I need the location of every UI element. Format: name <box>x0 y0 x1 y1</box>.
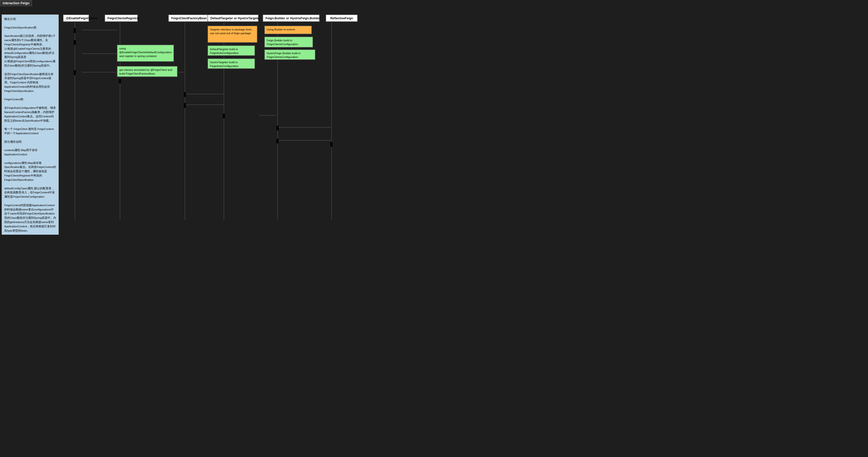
svg-rect-17 <box>74 70 76 75</box>
using-builder-extend-box: Using Builder to extend <box>264 26 312 34</box>
targeter-interface-note-box: Targeter interface is package level, can… <box>208 26 257 43</box>
title-text: interaction Feign <box>3 1 29 5</box>
main-canvas: 概念介绍: FeignClientSpecification类: Specifi… <box>0 6 434 235</box>
hystrix-feign-builder-build-box: HystrixFeign.Builder build in FeignClien… <box>264 50 315 60</box>
svg-rect-23 <box>276 139 279 143</box>
svg-rect-21 <box>223 113 225 118</box>
title-bar: interaction Feign <box>0 0 32 6</box>
sidebar-text: 概念介绍: FeignClientSpecification类: Specifi… <box>4 18 56 235</box>
feign-builder-build-box: Feign.Builder build in FeignClientsConfi… <box>264 37 313 47</box>
col-header-reflective-feign: ReflectiveFeign <box>326 14 358 22</box>
svg-rect-16 <box>74 40 76 45</box>
col-header-feign-client-factory-bean: FeignClientFactoryBean <box>168 14 210 22</box>
svg-rect-15 <box>74 28 76 33</box>
svg-rect-24 <box>330 142 333 147</box>
svg-rect-22 <box>276 126 279 130</box>
using-enable-feign-clients-box: using @EnableFeignClients#defaultConfigu… <box>117 45 174 62</box>
svg-rect-20 <box>184 103 186 108</box>
col-header-defaulttargeter: DefaultTargeter or HystrixTargeter <box>208 14 258 22</box>
col-header-feign-builder: Feign.Builder or HystrixFeign.Builder <box>262 14 320 22</box>
svg-rect-19 <box>184 92 186 97</box>
col-header-feign-clients-registrar: FeignClientsRegistrar <box>104 14 138 22</box>
sidebar-description: 概念介绍: FeignClientSpecification类: Specifi… <box>2 14 59 235</box>
col-header-enable-feign-clients: @EnableFeignClients <box>63 14 89 22</box>
defaulttargeter-build-box: DefaultTargeter build in FeignAutoConfig… <box>208 45 255 56</box>
svg-rect-18 <box>119 78 121 84</box>
get-classes-annotated-box: get classes annotated by @FeignClient an… <box>117 66 178 77</box>
hystrix-targeter-build-box: HystrixTargeter build in FeignAutoConfig… <box>208 59 255 69</box>
